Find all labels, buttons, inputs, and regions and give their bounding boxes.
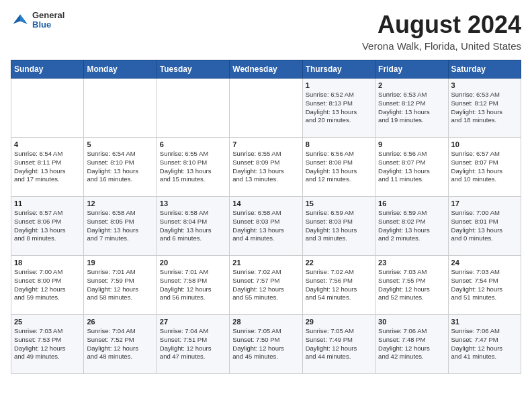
day-number: 10 <box>451 140 518 148</box>
calendar-cell: 10Sunrise: 6:57 AM Sunset: 8:07 PM Dayli… <box>448 138 521 197</box>
cell-content: Sunrise: 6:57 AM Sunset: 8:07 PM Dayligh… <box>451 150 518 184</box>
calendar-cell: 28Sunrise: 7:05 AM Sunset: 7:50 PM Dayli… <box>230 315 302 374</box>
day-number: 13 <box>160 199 226 208</box>
cell-content: Sunrise: 6:54 AM Sunset: 8:11 PM Dayligh… <box>14 150 81 184</box>
cell-content: Sunrise: 7:06 AM Sunset: 7:47 PM Dayligh… <box>451 327 518 361</box>
day-number: 16 <box>378 199 445 208</box>
day-number: 12 <box>87 199 153 208</box>
cell-content: Sunrise: 7:00 AM Sunset: 8:00 PM Dayligh… <box>14 268 81 302</box>
cell-content: Sunrise: 6:59 AM Sunset: 8:03 PM Dayligh… <box>306 209 372 243</box>
calendar-cell: 1Sunrise: 6:52 AM Sunset: 8:13 PM Daylig… <box>302 79 375 138</box>
calendar-cell: 18Sunrise: 7:00 AM Sunset: 8:00 PM Dayli… <box>11 256 84 315</box>
calendar-cell: 8Sunrise: 6:56 AM Sunset: 8:08 PM Daylig… <box>302 138 375 197</box>
cell-content: Sunrise: 7:06 AM Sunset: 7:48 PM Dayligh… <box>378 327 445 361</box>
weekday-header-monday: Monday <box>84 60 157 79</box>
calendar-cell: 14Sunrise: 6:58 AM Sunset: 8:03 PM Dayli… <box>230 197 302 256</box>
logo-text: General Blue <box>32 11 64 30</box>
cell-content: Sunrise: 6:55 AM Sunset: 8:10 PM Dayligh… <box>160 150 226 184</box>
day-number: 7 <box>232 140 299 148</box>
calendar-cell: 23Sunrise: 7:03 AM Sunset: 7:55 PM Dayli… <box>375 256 448 315</box>
calendar-cell <box>157 79 229 138</box>
cell-content: Sunrise: 7:05 AM Sunset: 7:50 PM Dayligh… <box>232 327 299 361</box>
calendar-cell: 13Sunrise: 6:58 AM Sunset: 8:04 PM Dayli… <box>157 197 229 256</box>
calendar-cell: 25Sunrise: 7:03 AM Sunset: 7:53 PM Dayli… <box>11 315 84 374</box>
calendar-body: 1Sunrise: 6:52 AM Sunset: 8:13 PM Daylig… <box>11 79 521 374</box>
day-number: 25 <box>14 318 81 326</box>
calendar-cell: 5Sunrise: 6:54 AM Sunset: 8:10 PM Daylig… <box>84 138 157 197</box>
cell-content: Sunrise: 7:03 AM Sunset: 7:54 PM Dayligh… <box>451 268 518 302</box>
calendar-cell: 3Sunrise: 6:53 AM Sunset: 8:12 PM Daylig… <box>448 79 521 138</box>
cell-content: Sunrise: 6:52 AM Sunset: 8:13 PM Dayligh… <box>306 91 372 125</box>
cell-content: Sunrise: 7:02 AM Sunset: 7:57 PM Dayligh… <box>232 268 299 302</box>
day-number: 18 <box>14 259 81 267</box>
day-number: 9 <box>378 140 445 148</box>
calendar-cell <box>11 79 84 138</box>
logo-icon <box>11 11 30 30</box>
cell-content: Sunrise: 7:00 AM Sunset: 8:01 PM Dayligh… <box>451 209 518 243</box>
day-number: 8 <box>306 140 372 148</box>
day-number: 4 <box>14 140 81 148</box>
calendar-cell: 24Sunrise: 7:03 AM Sunset: 7:54 PM Dayli… <box>448 256 521 315</box>
day-number: 29 <box>306 318 372 326</box>
day-number: 20 <box>160 259 226 267</box>
day-number: 31 <box>451 318 518 326</box>
weekday-header-saturday: Saturday <box>448 60 521 79</box>
cell-content: Sunrise: 6:58 AM Sunset: 8:04 PM Dayligh… <box>160 209 226 243</box>
calendar-cell: 11Sunrise: 6:57 AM Sunset: 8:06 PM Dayli… <box>11 197 84 256</box>
cell-content: Sunrise: 6:54 AM Sunset: 8:10 PM Dayligh… <box>87 150 153 184</box>
day-number: 17 <box>451 199 518 208</box>
day-number: 14 <box>232 199 299 208</box>
cell-content: Sunrise: 7:01 AM Sunset: 7:58 PM Dayligh… <box>160 268 226 302</box>
cell-content: Sunrise: 6:57 AM Sunset: 8:06 PM Dayligh… <box>14 209 81 243</box>
day-number: 24 <box>451 259 518 267</box>
calendar-cell: 2Sunrise: 6:53 AM Sunset: 8:12 PM Daylig… <box>375 79 448 138</box>
day-number: 11 <box>14 199 81 208</box>
calendar-cell <box>84 79 157 138</box>
calendar-cell: 6Sunrise: 6:55 AM Sunset: 8:10 PM Daylig… <box>157 138 229 197</box>
cell-content: Sunrise: 6:56 AM Sunset: 8:08 PM Dayligh… <box>306 150 372 184</box>
svg-marker-1 <box>20 15 28 24</box>
weekday-header-row: SundayMondayTuesdayWednesdayThursdayFrid… <box>11 60 521 79</box>
month-year-title: August 2024 <box>362 11 521 39</box>
calendar-cell: 19Sunrise: 7:01 AM Sunset: 7:59 PM Dayli… <box>84 256 157 315</box>
cell-content: Sunrise: 7:04 AM Sunset: 7:52 PM Dayligh… <box>87 327 153 361</box>
calendar-cell <box>230 79 302 138</box>
calendar-cell: 27Sunrise: 7:04 AM Sunset: 7:51 PM Dayli… <box>157 315 229 374</box>
calendar-week-5: 25Sunrise: 7:03 AM Sunset: 7:53 PM Dayli… <box>11 315 521 374</box>
calendar-week-3: 11Sunrise: 6:57 AM Sunset: 8:06 PM Dayli… <box>11 197 521 256</box>
day-number: 30 <box>378 318 445 326</box>
calendar-cell: 21Sunrise: 7:02 AM Sunset: 7:57 PM Dayli… <box>230 256 302 315</box>
calendar-cell: 16Sunrise: 6:59 AM Sunset: 8:02 PM Dayli… <box>375 197 448 256</box>
day-number: 22 <box>306 259 372 267</box>
calendar-cell: 31Sunrise: 7:06 AM Sunset: 7:47 PM Dayli… <box>448 315 521 374</box>
cell-content: Sunrise: 7:03 AM Sunset: 7:55 PM Dayligh… <box>378 268 445 302</box>
calendar-cell: 26Sunrise: 7:04 AM Sunset: 7:52 PM Dayli… <box>84 315 157 374</box>
calendar-week-1: 1Sunrise: 6:52 AM Sunset: 8:13 PM Daylig… <box>11 79 521 138</box>
day-number: 15 <box>306 199 372 208</box>
day-number: 1 <box>306 81 372 89</box>
calendar-cell: 29Sunrise: 7:05 AM Sunset: 7:49 PM Dayli… <box>302 315 375 374</box>
cell-content: Sunrise: 6:55 AM Sunset: 8:09 PM Dayligh… <box>232 150 299 184</box>
page-header: General Blue August 2024 Verona Walk, Fl… <box>11 11 521 52</box>
calendar-cell: 15Sunrise: 6:59 AM Sunset: 8:03 PM Dayli… <box>302 197 375 256</box>
day-number: 3 <box>451 81 518 89</box>
cell-content: Sunrise: 6:53 AM Sunset: 8:12 PM Dayligh… <box>451 91 518 125</box>
weekday-header-thursday: Thursday <box>302 60 375 79</box>
logo: General Blue <box>11 11 64 30</box>
calendar-week-4: 18Sunrise: 7:00 AM Sunset: 8:00 PM Dayli… <box>11 256 521 315</box>
weekday-header-wednesday: Wednesday <box>230 60 302 79</box>
cell-content: Sunrise: 6:53 AM Sunset: 8:12 PM Dayligh… <box>378 91 445 125</box>
title-block: August 2024 Verona Walk, Florida, United… <box>362 11 521 52</box>
calendar-cell: 4Sunrise: 6:54 AM Sunset: 8:11 PM Daylig… <box>11 138 84 197</box>
calendar-header: SundayMondayTuesdayWednesdayThursdayFrid… <box>11 60 521 79</box>
calendar-cell: 7Sunrise: 6:55 AM Sunset: 8:09 PM Daylig… <box>230 138 302 197</box>
cell-content: Sunrise: 6:58 AM Sunset: 8:05 PM Dayligh… <box>87 209 153 243</box>
cell-content: Sunrise: 7:04 AM Sunset: 7:51 PM Dayligh… <box>160 327 226 361</box>
cell-content: Sunrise: 7:03 AM Sunset: 7:53 PM Dayligh… <box>14 327 81 361</box>
cell-content: Sunrise: 6:59 AM Sunset: 8:02 PM Dayligh… <box>378 209 445 243</box>
calendar-week-2: 4Sunrise: 6:54 AM Sunset: 8:11 PM Daylig… <box>11 138 521 197</box>
cell-content: Sunrise: 7:01 AM Sunset: 7:59 PM Dayligh… <box>87 268 153 302</box>
weekday-header-sunday: Sunday <box>11 60 84 79</box>
day-number: 19 <box>87 259 153 267</box>
day-number: 23 <box>378 259 445 267</box>
